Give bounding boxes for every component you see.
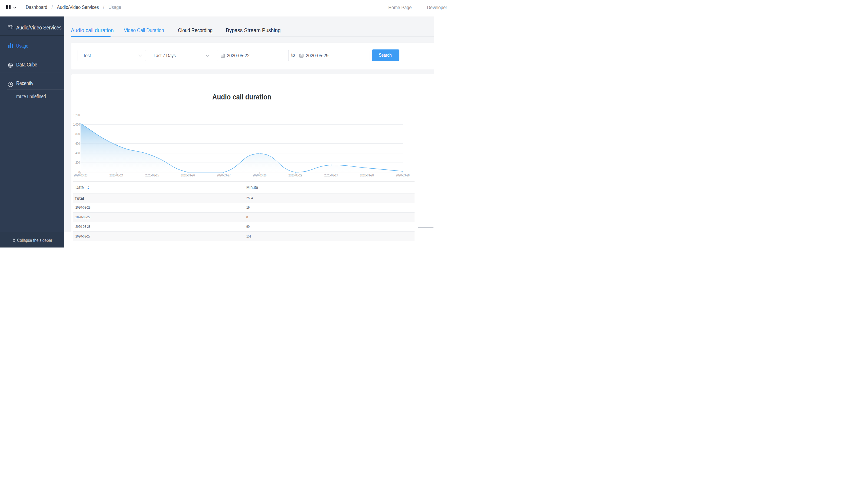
svg-text:2020-03-29: 2020-03-29 <box>396 173 410 177</box>
svg-text:2020-03-26: 2020-03-26 <box>181 173 195 177</box>
svg-text:2020-03-29: 2020-03-29 <box>288 173 302 177</box>
svg-text:2020-03-25: 2020-03-25 <box>145 173 159 177</box>
svg-text:800: 800 <box>76 132 80 136</box>
svg-text:600: 600 <box>76 142 80 146</box>
svg-text:400: 400 <box>76 151 80 155</box>
svg-text:1,000: 1,000 <box>73 123 80 126</box>
svg-text:2020-03-23: 2020-03-23 <box>73 173 87 177</box>
svg-text:200: 200 <box>76 161 80 165</box>
svg-text:2020-03-26: 2020-03-26 <box>253 173 266 177</box>
svg-text:1,200: 1,200 <box>73 113 80 117</box>
svg-text:2020-03-27: 2020-03-27 <box>217 173 231 177</box>
svg-text:2020-03-27: 2020-03-27 <box>324 173 338 177</box>
svg-text:2020-03-24: 2020-03-24 <box>110 173 123 177</box>
svg-text:2020-03-28: 2020-03-28 <box>360 173 374 177</box>
